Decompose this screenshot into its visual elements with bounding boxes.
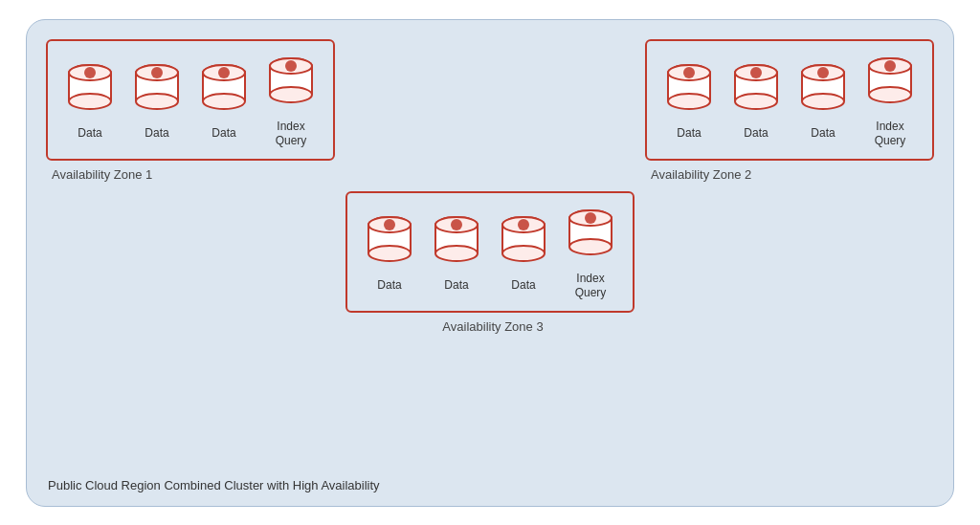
db-node: Data (365, 213, 414, 294)
db-node-label: Data (212, 126, 235, 142)
db-node-label: Data (78, 126, 101, 142)
svg-point-69 (451, 219, 462, 230)
svg-point-9 (136, 94, 178, 109)
svg-point-79 (569, 239, 612, 254)
svg-point-34 (683, 67, 695, 78)
svg-point-23 (270, 87, 312, 102)
zone-1-wrapper: Data (46, 39, 335, 182)
svg-point-83 (585, 212, 596, 224)
svg-point-58 (368, 246, 411, 261)
db-node-label: IndexQuery (276, 120, 307, 149)
zones-wrapper: Data (46, 39, 934, 487)
svg-point-72 (502, 246, 545, 261)
svg-point-13 (151, 67, 163, 78)
database-icon (266, 55, 316, 114)
db-node: Data (798, 61, 848, 142)
database-icon (365, 213, 414, 273)
svg-point-6 (84, 67, 96, 78)
database-icon (566, 207, 615, 266)
db-node-label: Data (377, 278, 401, 294)
svg-point-62 (384, 219, 395, 230)
region-description-label: Public Cloud Region Combined Cluster wit… (48, 478, 380, 492)
outer-region-box: Data (26, 19, 954, 507)
db-node: Data (731, 61, 781, 142)
db-node: Data (664, 61, 714, 142)
svg-point-48 (817, 67, 829, 78)
db-node-label: Data (677, 126, 701, 142)
svg-point-30 (668, 94, 710, 109)
db-node: IndexQuery (566, 207, 615, 301)
zone-3-box: Data (345, 191, 635, 313)
database-icon (65, 61, 115, 120)
zone-2-wrapper: Data (645, 39, 934, 182)
svg-point-16 (203, 94, 245, 109)
db-node: Data (199, 61, 249, 142)
svg-point-41 (750, 67, 762, 78)
db-node: Data (499, 213, 548, 294)
svg-point-20 (218, 67, 230, 78)
svg-point-65 (435, 246, 478, 261)
db-node-label: Data (811, 126, 835, 142)
zone-2-box: Data (645, 39, 934, 161)
zone-3-wrapper: Data (345, 191, 635, 334)
db-node: Data (65, 61, 115, 142)
db-node-label: Data (511, 278, 535, 294)
zone-2-label: Availability Zone 2 (651, 167, 751, 182)
svg-point-37 (735, 94, 777, 109)
database-icon (432, 213, 481, 273)
svg-point-2 (69, 94, 111, 109)
db-node-label: Data (744, 126, 768, 142)
db-node-label: IndexQuery (875, 120, 906, 149)
db-node: IndexQuery (266, 55, 316, 149)
database-icon (199, 61, 249, 120)
db-node-label: IndexQuery (575, 272, 607, 301)
svg-point-51 (869, 87, 911, 102)
zone-3-label: Availability Zone 3 (442, 319, 543, 334)
svg-point-76 (518, 219, 529, 230)
db-node-label: Data (145, 126, 168, 142)
database-icon (664, 61, 714, 120)
zone-1-label: Availability Zone 1 (52, 167, 152, 182)
database-icon (865, 55, 915, 114)
db-node: IndexQuery (865, 55, 915, 149)
database-icon (132, 61, 182, 120)
svg-point-44 (802, 94, 844, 109)
db-node-label: Data (444, 278, 468, 294)
database-icon (499, 213, 548, 273)
database-icon (798, 61, 848, 120)
bottom-zone-row: Data (46, 191, 934, 334)
db-node: Data (132, 61, 182, 142)
zone-1-box: Data (46, 39, 335, 161)
top-zones-row: Data (46, 39, 934, 182)
db-node: Data (432, 213, 481, 294)
database-icon (731, 61, 781, 120)
svg-point-27 (285, 60, 297, 72)
svg-point-55 (884, 60, 896, 72)
